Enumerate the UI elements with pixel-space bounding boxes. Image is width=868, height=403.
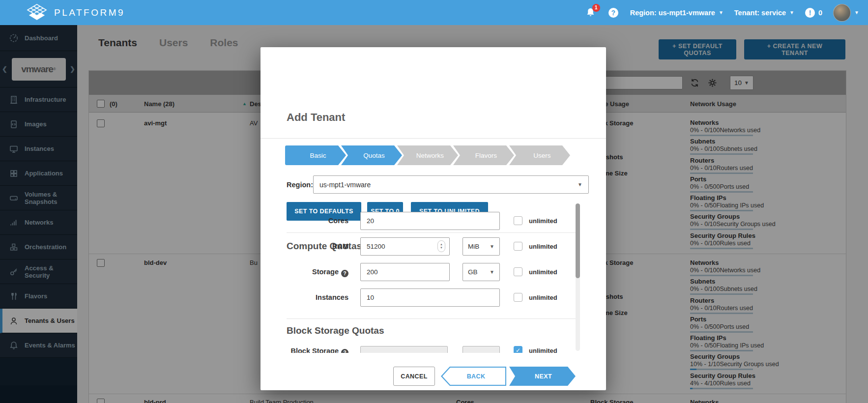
number-stepper[interactable]: ▲▼: [437, 240, 445, 252]
unlimited-label: unlimited: [529, 243, 557, 250]
step-basic[interactable]: Basic: [285, 145, 346, 165]
help-icon[interactable]: ?: [341, 270, 348, 277]
chevron-down-icon: ▼: [789, 10, 794, 15]
modal-title: Add Tenant: [287, 111, 345, 124]
next-button[interactable]: NEXT: [509, 367, 576, 386]
chevron-down-icon: ▼: [490, 244, 494, 249]
storage-label: Storage?: [260, 268, 348, 277]
chevron-down-icon: ▼: [719, 10, 723, 15]
help-icon[interactable]: ?: [341, 349, 348, 353]
scrollbar-thumb[interactable]: [576, 203, 580, 278]
cancel-button[interactable]: CANCEL: [393, 367, 435, 386]
cores-input[interactable]: [360, 212, 500, 230]
avatar[interactable]: [833, 4, 851, 22]
block-storage-quotas-heading: Block Storage Quotas: [287, 325, 384, 336]
alerts-indicator[interactable]: ! 0: [805, 8, 822, 18]
unlimited-label: unlimited: [529, 294, 557, 301]
modal-scrollbar[interactable]: [576, 203, 580, 351]
chevron-down-icon: ▼: [490, 269, 494, 275]
alert-exclamation-icon: !: [805, 8, 815, 18]
back-button[interactable]: BACK: [441, 367, 506, 386]
region-menu[interactable]: Region: us-mpt1-vmware ▼: [630, 9, 723, 17]
unlimited-label: unlimited: [529, 268, 557, 276]
cores-unlimited-checkbox[interactable]: [514, 216, 522, 225]
step-flavors[interactable]: Flavors: [453, 145, 514, 165]
step-users[interactable]: Users: [509, 145, 570, 165]
ram-label: RAM: [260, 242, 348, 250]
wizard-steps: Basic Quotas Networks Flavors Users: [285, 145, 570, 165]
add-tenant-modal: Add Tenant Basic Quotas Networks Flavors…: [260, 47, 606, 390]
block-storage-unit-select[interactable]: ▼: [463, 346, 500, 353]
ram-input[interactable]: [360, 237, 450, 256]
divider: [260, 138, 606, 139]
notification-badge: 1: [592, 4, 600, 12]
step-quotas[interactable]: Quotas: [341, 145, 402, 165]
unlimited-label: unlimited: [529, 347, 557, 353]
unlimited-label: unlimited: [529, 217, 557, 225]
cores-label: Cores: [260, 217, 348, 225]
instances-input[interactable]: [360, 288, 500, 307]
storage-unlimited-checkbox[interactable]: [514, 267, 522, 276]
ram-unlimited-checkbox[interactable]: [514, 242, 522, 251]
divider: [287, 232, 580, 233]
region-menu-label: Region: us-mpt1-vmware: [630, 9, 715, 17]
storage-input[interactable]: [360, 263, 450, 281]
chevron-down-icon: ▼: [490, 352, 494, 353]
block-storage-unlimited-checkbox[interactable]: ✓: [514, 346, 522, 353]
region-field-label: Region:: [287, 181, 313, 189]
alert-count: 0: [818, 9, 822, 17]
platform9-logo-icon: [26, 3, 48, 22]
ram-unit-select[interactable]: MiB ▼: [463, 237, 500, 256]
block-storage-input[interactable]: [360, 346, 448, 353]
region-select[interactable]: us-mpt1-vmware ▼: [313, 175, 589, 194]
notifications-bell-icon[interactable]: 1: [585, 7, 597, 19]
divider: [287, 318, 580, 319]
step-networks[interactable]: Networks: [397, 145, 458, 165]
region-select-value: us-mpt1-vmware: [319, 181, 371, 189]
block-storage-row-clipped: Block Storage? ▼ ✓ unlimited: [260, 344, 585, 353]
platform9-app: PLATFORM9 1 ? Region: us-mpt1-vmware ▼ T…: [0, 0, 868, 403]
block-storage-label: Block Storage?: [260, 347, 348, 353]
topbar: PLATFORM9 1 ? Region: us-mpt1-vmware ▼ T…: [0, 0, 868, 25]
instances-unlimited-checkbox[interactable]: [514, 293, 522, 302]
chevron-down-icon: ▼: [854, 10, 859, 15]
platform9-logo: PLATFORM9: [26, 3, 125, 22]
instances-label: Instances: [260, 293, 348, 301]
storage-unit-select[interactable]: GB ▼: [463, 263, 500, 281]
chevron-down-icon: ▼: [578, 182, 582, 187]
tenant-menu[interactable]: Tenant: service ▼: [734, 9, 794, 17]
help-icon[interactable]: ?: [608, 7, 619, 19]
tenant-menu-label: Tenant: service: [734, 9, 786, 17]
user-menu[interactable]: ▼: [833, 4, 859, 22]
brand-name: PLATFORM9: [54, 7, 125, 18]
